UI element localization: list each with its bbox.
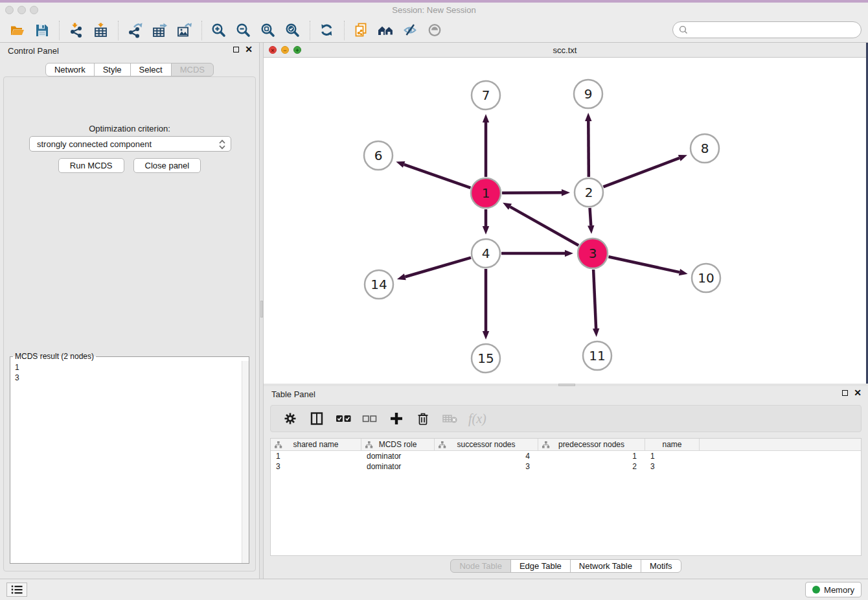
zoom-selected-button[interactable] (280, 20, 305, 41)
save-session-button[interactable] (30, 20, 54, 41)
go-home-button[interactable] (374, 20, 398, 41)
table-mode-button[interactable] (282, 411, 298, 426)
mcds-result-title: MCDS result (2 nodes) (13, 352, 96, 361)
graph-edge-3-1[interactable] (510, 207, 578, 246)
column-header-name[interactable]: name (645, 439, 700, 450)
table-tab-edge-table[interactable]: Edge Table (510, 559, 571, 573)
close-panel-button[interactable]: Close panel (133, 158, 201, 173)
graph-edge-4-14[interactable] (405, 258, 471, 277)
import-network-icon (68, 22, 85, 39)
export-table-icon (152, 22, 168, 39)
graph-edge-3-11[interactable] (593, 270, 596, 329)
memory-status-icon (812, 586, 820, 594)
toolbar-separator (201, 21, 202, 40)
criterion-select[interactable]: strongly connected component (29, 136, 231, 152)
result-scrollbar[interactable] (242, 361, 249, 563)
export-network-button[interactable] (123, 20, 148, 41)
zoom-out-button[interactable] (231, 20, 256, 41)
table-cell: 1 (271, 452, 361, 461)
column-header-MCDS-role[interactable]: MCDS role (361, 439, 435, 450)
graph-edge-1-2[interactable] (502, 192, 562, 193)
task-history-button[interactable] (6, 583, 27, 597)
table-tab-node-table[interactable]: Node Table (450, 559, 511, 573)
search-box[interactable] (672, 21, 862, 38)
tab-select[interactable]: Select (130, 63, 172, 76)
toolbar-separator (59, 21, 60, 40)
run-mcds-button[interactable]: Run MCDS (58, 158, 124, 173)
tab-style[interactable]: Style (94, 63, 131, 76)
float-panel-icon[interactable] (842, 390, 848, 396)
graph-edge-2-3[interactable] (590, 208, 591, 225)
graph-node-label: 8 (701, 141, 709, 156)
import-table-button[interactable] (89, 20, 113, 41)
create-column-button[interactable] (389, 411, 404, 426)
zoom-in-button[interactable] (207, 20, 231, 41)
refresh-icon (319, 22, 336, 39)
table-body: 1dominator4113dominator323 (271, 451, 861, 472)
delete-table-icon (442, 411, 457, 426)
zoom-selected-icon (284, 22, 301, 39)
close-panel-icon[interactable]: ✕ (854, 389, 862, 397)
table-tab-motifs[interactable]: Motifs (641, 559, 681, 573)
graph-edge-2-9[interactable] (588, 121, 589, 177)
import-network-button[interactable] (64, 20, 89, 41)
hide-selected-button[interactable] (398, 20, 423, 41)
splitter-handle[interactable] (260, 301, 263, 317)
show-columns-button[interactable] (309, 411, 325, 426)
checked-boxes-icon (336, 411, 351, 426)
edge-arrowhead (483, 114, 489, 122)
mcds-tab-content: Optimization criterion: strongly connect… (3, 76, 256, 571)
show-all-button[interactable] (423, 20, 448, 41)
float-panel-icon[interactable] (233, 47, 239, 52)
delete-table-button[interactable] (442, 411, 457, 426)
column-header-successor-nodes[interactable]: successor nodes (435, 439, 538, 450)
table-cell: dominator (361, 462, 435, 471)
table-cell: 1 (538, 452, 645, 461)
open-folder-icon (9, 22, 26, 39)
control-panel: Control Panel ✕ NetworkStyleSelectMCDS O… (0, 43, 259, 579)
select-all-columns-button[interactable] (336, 411, 351, 426)
memory-button[interactable]: Memory (805, 582, 862, 597)
toolbar-separator (310, 21, 310, 40)
delete-columns-button[interactable] (415, 411, 431, 426)
graph-edge-3-10[interactable] (608, 257, 680, 272)
network-window-titlebar: × − + scc.txt (264, 43, 866, 58)
graph-edge-2-8[interactable] (603, 158, 679, 187)
toolbar-separator (344, 21, 345, 40)
export-image-button[interactable] (172, 20, 197, 41)
deselect-all-columns-button[interactable] (362, 411, 378, 426)
search-input[interactable] (689, 23, 861, 36)
zoom-fit-button[interactable] (256, 20, 280, 41)
new-network-from-selection-button[interactable] (349, 20, 374, 41)
eye-slash-icon (402, 22, 419, 39)
gear-icon (283, 411, 297, 426)
apply-layout-button[interactable] (315, 20, 339, 41)
network-view-window: × − + scc.txt 7968124314101511 (264, 43, 868, 384)
mcds-result-fieldset: MCDS result (2 nodes) 1 3 (10, 352, 249, 564)
graph-node-label: 6 (374, 148, 383, 163)
export-table-button[interactable] (148, 20, 172, 41)
network-canvas[interactable]: 7968124314101511 (264, 58, 866, 384)
tab-network[interactable]: Network (45, 63, 95, 76)
select-stepper-icon (218, 139, 227, 150)
table-row[interactable]: 1dominator411 (271, 451, 861, 461)
tab-mcds[interactable]: MCDS (171, 63, 214, 76)
graph-node-label: 7 (482, 87, 490, 103)
graph-node-label: 11 (589, 348, 605, 363)
table-row[interactable]: 3dominator323 (271, 461, 861, 472)
mcds-result-text[interactable]: 1 3 (10, 361, 241, 563)
graph-edge-1-6[interactable] (404, 165, 471, 188)
table-panel-title: Table Panel (271, 389, 315, 399)
open-session-button[interactable] (5, 20, 30, 41)
search-icon (678, 25, 689, 35)
column-header-predecessor-nodes[interactable]: predecessor nodes (538, 439, 645, 450)
table-panel-tabs: Node TableEdge TableNetwork TableMotifs (264, 559, 868, 573)
table-cell: 2 (538, 462, 645, 471)
close-panel-icon[interactable]: ✕ (245, 46, 253, 53)
function-builder-button[interactable]: f(x) (468, 411, 486, 426)
save-floppy-icon (34, 22, 51, 39)
column-header-shared-name[interactable]: shared name (271, 439, 361, 450)
panel-splitter-vertical[interactable] (259, 43, 264, 579)
table-tab-network-table[interactable]: Network Table (570, 559, 641, 573)
columns-icon (310, 411, 324, 426)
